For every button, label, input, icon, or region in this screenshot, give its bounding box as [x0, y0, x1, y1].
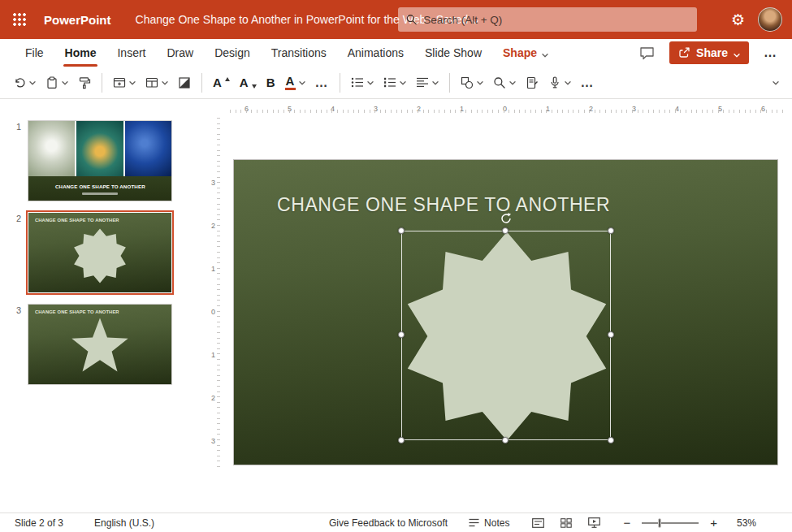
resize-handle-middle-left[interactable] [398, 331, 405, 338]
bullets-button[interactable] [346, 71, 379, 95]
blue-fractal-image [125, 121, 171, 176]
thumbnail-row: 3 CHANGE ONE SHAPE TO ANOTHER [0, 304, 207, 385]
align-button[interactable] [411, 71, 444, 95]
layout-icon [145, 76, 158, 89]
paste-button[interactable] [41, 71, 73, 95]
numbering-button[interactable] [379, 71, 411, 95]
tab-home[interactable]: Home [54, 39, 107, 67]
find-chevron-icon [509, 81, 516, 85]
new-slide-button[interactable] [108, 71, 141, 95]
slide-3-thumbnail[interactable]: CHANGE ONE SHAPE TO ANOTHER [28, 304, 172, 385]
clipboard-icon [45, 76, 58, 89]
selected-shape[interactable] [408, 232, 606, 441]
format-painter-button[interactable] [73, 71, 96, 95]
feedback-link[interactable]: Give Feedback to Microsoft [329, 517, 448, 529]
tab-slide-show[interactable]: Slide Show [414, 39, 492, 67]
vertical-ruler-ticks [217, 118, 220, 469]
ribbon-toolbar: A A B A … [0, 67, 792, 99]
slide-number: 2 [10, 212, 21, 293]
paste-chevron-icon [62, 81, 68, 85]
language-button[interactable]: English (U.S.) [94, 517, 154, 529]
zoom-level[interactable]: 53% [737, 517, 756, 529]
search-input[interactable] [423, 14, 689, 26]
slide-canvas[interactable]: CHANGE ONE SHAPE TO ANOTHER [233, 159, 778, 465]
slide-number: 3 [10, 304, 21, 385]
rotation-handle[interactable] [500, 213, 512, 224]
tab-transitions[interactable]: Transitions [261, 39, 337, 67]
app-launcher-button[interactable] [0, 0, 39, 39]
search-bar[interactable] [398, 7, 697, 32]
shape-tab-chevron-icon[interactable] [542, 46, 548, 61]
zoom-in-button[interactable]: + [710, 517, 717, 529]
slide-indicator: Slide 2 of 3 [15, 517, 63, 529]
normal-view-icon [532, 518, 544, 528]
zoom-out-button[interactable]: − [623, 517, 630, 529]
ribbon-more-options-button[interactable]: … [760, 42, 781, 63]
tab-insert[interactable]: Insert [106, 39, 156, 67]
account-avatar[interactable] [758, 7, 782, 32]
comments-button[interactable] [636, 43, 658, 63]
tab-shape-contextual[interactable]: Shape [492, 39, 540, 67]
bold-button[interactable]: B [262, 71, 280, 95]
tab-animations[interactable]: Animations [337, 39, 414, 67]
header-actions: ⚙ [731, 7, 792, 32]
share-button[interactable]: Share [669, 41, 749, 64]
align-chevron-icon [432, 81, 439, 85]
peacock-image [76, 121, 123, 176]
grid-view-icon [560, 518, 572, 528]
resize-handle-top-left[interactable] [398, 227, 405, 234]
share-icon [678, 47, 690, 58]
tab-draw[interactable]: Draw [156, 39, 204, 67]
tab-design[interactable]: Design [204, 39, 261, 67]
shrink-font-button[interactable]: A [235, 71, 262, 95]
editor-button[interactable] [521, 71, 543, 95]
toolbar-divider [340, 73, 340, 93]
five-point-star-thumbnail [68, 318, 132, 378]
resize-handle-bottom-right[interactable] [608, 437, 614, 443]
slide-title-textbox[interactable]: CHANGE ONE SHAPE TO ANOTHER [277, 194, 610, 216]
ribbon-display-options-button[interactable] [768, 71, 784, 95]
zoom-slider[interactable] [642, 517, 699, 529]
resize-handle-bottom-left[interactable] [398, 437, 405, 443]
tab-file[interactable]: File [15, 39, 54, 67]
workspace: 1 CHANGE ONE SHAPE TO ANOTHER [0, 114, 792, 513]
view-switcher [530, 516, 602, 530]
microphone-icon [548, 76, 561, 89]
layout-button[interactable] [141, 71, 173, 95]
slideshow-view-button[interactable] [586, 516, 602, 530]
resize-handle-bottom-middle[interactable] [502, 437, 509, 443]
grow-font-button[interactable]: A [208, 71, 235, 95]
shapes-button[interactable] [456, 71, 488, 95]
designer-button[interactable] [173, 71, 196, 95]
undo-button[interactable] [8, 71, 41, 95]
status-bar: Slide 2 of 3 English (U.S.) Give Feedbac… [0, 513, 792, 532]
zoom-controls: − + [623, 517, 717, 529]
thumbnail-subtitle [82, 192, 118, 195]
shape-selection-box[interactable] [401, 231, 611, 440]
slide-sorter-view-button[interactable] [559, 517, 573, 530]
normal-view-button[interactable] [530, 517, 546, 530]
resize-handle-top-middle[interactable] [502, 227, 509, 234]
resize-handle-top-right[interactable] [608, 227, 614, 234]
horizontal-ruler: 6543210123456 [207, 99, 792, 114]
font-color-button[interactable]: A [280, 71, 310, 95]
ribbon-collapse-chevron-icon [773, 81, 779, 85]
settings-gear-icon[interactable]: ⚙ [731, 12, 745, 28]
shapes-chevron-icon [477, 81, 483, 85]
font-color-icon: A [285, 75, 296, 91]
resize-handle-middle-right[interactable] [608, 331, 614, 338]
rotate-icon [500, 213, 512, 224]
find-button[interactable] [488, 71, 521, 95]
zoom-slider-thumb[interactable] [658, 518, 661, 528]
slide-2-thumbnail-selected[interactable]: CHANGE ONE SHAPE TO ANOTHER [28, 212, 172, 293]
thumbnail-title: CHANGE ONE SHAPE TO ANOTHER [35, 218, 119, 223]
notes-toggle[interactable]: Notes [469, 517, 509, 529]
shapes-icon [461, 76, 474, 89]
slide-1-thumbnail[interactable]: CHANGE ONE SHAPE TO ANOTHER [28, 120, 172, 201]
more-commands-button[interactable]: … [576, 71, 599, 95]
slideshow-icon [588, 517, 600, 528]
more-font-options-button[interactable]: … [310, 71, 334, 95]
grow-font-arrow-icon [225, 77, 230, 81]
designer-icon [178, 76, 191, 89]
dictate-button[interactable] [543, 71, 576, 95]
